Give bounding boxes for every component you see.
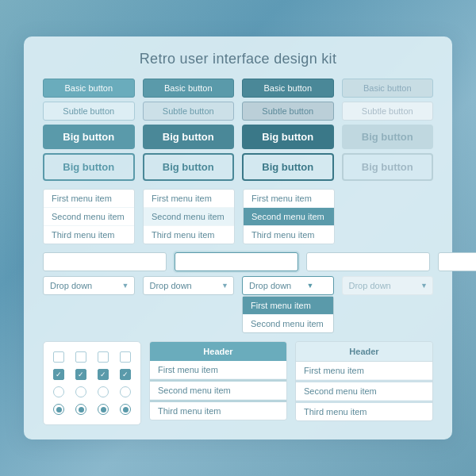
menu1-item3[interactable]: Third menu item: [44, 226, 134, 244]
big-button-2[interactable]: Big button: [143, 125, 235, 149]
menu-list-1: First menu item Second menu item Third m…: [43, 189, 135, 244]
subtle-button-4[interactable]: Subtle button: [342, 102, 434, 121]
checkbox-1-empty[interactable]: [52, 350, 66, 364]
big-button-3[interactable]: Big button: [242, 125, 334, 149]
checkbox-2-empty[interactable]: [74, 350, 88, 364]
menu1-item1[interactable]: First menu item: [44, 190, 134, 208]
subtle-button-1[interactable]: Subtle button: [43, 102, 135, 121]
controls-grid: ✓ ✓ ✓ ✓: [43, 341, 141, 425]
dropdown-3-menu: First menu item Second menu item: [242, 296, 334, 333]
table-1-row-3[interactable]: Third menu item: [150, 402, 286, 420]
big-buttons-row-1: Big button Big button Big button Big but…: [43, 125, 433, 149]
table-1-row-1[interactable]: First menu item: [150, 361, 286, 379]
table-2-row-3[interactable]: Third menu item: [296, 403, 432, 420]
dropdown-select-1[interactable]: Drop down: [43, 276, 135, 295]
menu3-item1[interactable]: First menu item: [244, 190, 334, 208]
text-input-3[interactable]: [306, 252, 430, 271]
menu2-item1[interactable]: First menu item: [144, 190, 234, 208]
big-outline-button-1[interactable]: Big button: [43, 153, 135, 181]
menu-list-2: First menu item Second menu item Third m…: [143, 189, 235, 244]
dropdown-3-label: Drop down: [249, 281, 291, 290]
table-2-row-2[interactable]: Second menu item: [296, 382, 432, 401]
radio-row-checked: [52, 402, 132, 416]
radio-1-checked[interactable]: [52, 402, 66, 416]
page-title: Retro user interface design kit: [43, 51, 433, 67]
table-panel-1: Header First menu item Second menu item …: [149, 341, 287, 420]
table-1-row-2[interactable]: Second menu item: [150, 382, 286, 400]
radio-4-checked[interactable]: [118, 402, 132, 416]
dropdown-3-arrow: ▼: [307, 282, 314, 290]
controls-section: ✓ ✓ ✓ ✓ Header First menu i: [43, 341, 433, 425]
table-1-header: Header: [150, 342, 286, 361]
menu3-item3[interactable]: Third menu item: [244, 226, 334, 244]
checkbox-3-checked[interactable]: ✓: [96, 367, 110, 382]
checkbox-row-empty: [52, 350, 132, 364]
dropdown-3-option-1[interactable]: First menu item: [243, 297, 333, 315]
subtle-button-3[interactable]: Subtle button: [242, 102, 334, 121]
button-section: Basic button Basic button Basic button B…: [43, 79, 433, 181]
basic-button-1[interactable]: Basic button: [43, 79, 135, 98]
dropdown-4: Drop down ▼: [342, 276, 434, 295]
basic-button-2[interactable]: Basic button: [143, 79, 235, 98]
dropdown-select-2[interactable]: Drop down: [143, 276, 235, 295]
dropdown-select-4[interactable]: Drop down: [342, 276, 434, 295]
dropdown-3: Drop down ▼ First menu item Second menu …: [242, 276, 334, 333]
inputs-row: [43, 252, 433, 271]
dropdowns-row: Drop down ▼ Drop down ▼ Drop down ▼ Firs…: [43, 276, 433, 333]
text-input-4[interactable]: [438, 252, 476, 271]
basic-button-4[interactable]: Basic button: [342, 79, 434, 98]
subtle-buttons-row: Subtle button Subtle button Subtle butto…: [43, 102, 433, 121]
menu2-item2[interactable]: Second menu item: [144, 208, 234, 226]
radio-3-checked[interactable]: [96, 402, 110, 416]
dropdown-2: Drop down ▼: [143, 276, 235, 295]
big-button-1[interactable]: Big button: [43, 125, 135, 149]
menu1-item2[interactable]: Second menu item: [44, 208, 134, 226]
main-card: Retro user interface design kit Basic bu…: [24, 36, 452, 440]
checkbox-4-empty[interactable]: [118, 350, 132, 364]
radio-4-empty[interactable]: [118, 385, 132, 399]
dropdown-3-option-2[interactable]: Second menu item: [243, 315, 333, 332]
subtle-button-2[interactable]: Subtle button: [143, 102, 235, 121]
big-button-4[interactable]: Big button: [342, 125, 434, 149]
radio-2-empty[interactable]: [74, 385, 88, 399]
checkbox-3-empty[interactable]: [96, 350, 110, 364]
text-input-1[interactable]: [43, 252, 167, 271]
checkbox-1-checked[interactable]: ✓: [52, 367, 66, 382]
checkbox-row-checked: ✓ ✓ ✓ ✓: [52, 367, 132, 382]
checkbox-2-checked[interactable]: ✓: [74, 367, 88, 382]
radio-1-empty[interactable]: [52, 385, 66, 399]
menu3-item2[interactable]: Second menu item: [244, 208, 334, 226]
menus-row: First menu item Second menu item Third m…: [43, 189, 433, 244]
table-2-header: Header: [296, 342, 432, 362]
radio-2-checked[interactable]: [74, 402, 88, 416]
menu-list-3: First menu item Second menu item Third m…: [243, 189, 335, 244]
big-outline-button-2[interactable]: Big button: [143, 153, 235, 181]
radio-row-empty: [52, 385, 132, 399]
text-input-2[interactable]: [175, 252, 298, 271]
big-outline-buttons-row: Big button Big button Big button Big but…: [43, 153, 433, 181]
big-outline-button-4[interactable]: Big button: [342, 153, 434, 181]
menu2-item3[interactable]: Third menu item: [144, 226, 234, 244]
checkbox-4-checked[interactable]: ✓: [118, 367, 132, 382]
table-panel-2: Header First menu item Second menu item …: [295, 341, 433, 421]
big-outline-button-3[interactable]: Big button: [242, 153, 334, 181]
basic-buttons-row: Basic button Basic button Basic button B…: [43, 79, 433, 98]
dropdown-1: Drop down ▼: [43, 276, 135, 295]
basic-button-3[interactable]: Basic button: [242, 79, 334, 98]
table-2-row-1[interactable]: First menu item: [296, 362, 432, 380]
radio-3-empty[interactable]: [96, 385, 110, 399]
